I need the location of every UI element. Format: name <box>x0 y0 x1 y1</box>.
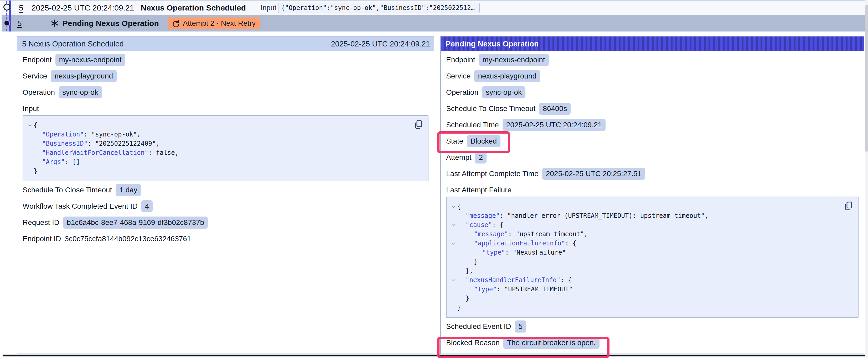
copy-button[interactable] <box>844 201 853 211</box>
attempt-retry-badge[interactable]: Attempt 2 · Next Retry <box>167 17 260 29</box>
json-line: "applicationFailureInfo": { <box>450 239 842 248</box>
field-label: Schedule To Close Timeout <box>23 186 112 194</box>
field-label: Scheduled Event ID <box>446 322 511 331</box>
bottom-separator <box>3 355 865 356</box>
retry-icon <box>172 20 180 27</box>
field-value-badge: my-nexus-endpoint <box>479 54 549 66</box>
event-row-pending[interactable]: 5 Pending Nexus Operation Attempt 2 · Ne… <box>2 15 865 32</box>
field-value-link[interactable]: 3c0c75ccfa8144b092c13ce632463761 <box>65 235 191 243</box>
field-value-badge: The circuit breaker is open. <box>503 337 599 349</box>
json-line: "message": "upstream timeout", <box>450 230 842 239</box>
json-gutter <box>450 230 457 239</box>
json-line-text: "HandlerWaitForCancellation": false, <box>34 148 179 158</box>
asterisk-icon <box>51 19 59 28</box>
field-value-badge: 86400s <box>539 103 570 115</box>
copy-button[interactable] <box>414 120 423 130</box>
scheduled-card-header: 5 Nexus Operation Scheduled 2025-02-25 U… <box>17 36 434 51</box>
field-label: Service <box>446 72 470 80</box>
input-preview-text: {"Operation":"sync-op-ok","BusinessID":"… <box>281 4 475 11</box>
scheduled-card-fields: Endpointmy-nexus-endpointServicenexus-pl… <box>23 54 429 98</box>
field-value-badge: 1 day <box>116 184 141 196</box>
json-line-text: { <box>34 121 37 130</box>
scheduled-card-timestamp: 2025-02-25 UTC 20:24:09.21 <box>331 40 430 48</box>
pending-card-bottom-fields: Scheduled Event ID5Blocked ReasonThe cir… <box>446 321 859 349</box>
field-label: Operation <box>23 88 55 97</box>
input-preview-box[interactable]: {"Operation":"sync-op-ok","BusinessID":"… <box>278 3 480 13</box>
json-line: "Operation": "sync-op-ok", <box>26 130 412 139</box>
pending-card-header: Pending Nexus Operation <box>441 36 864 51</box>
chevron-down-icon[interactable] <box>450 202 457 211</box>
field-label: Service <box>23 72 47 80</box>
json-gutter <box>450 211 457 221</box>
json-line-text: { <box>457 202 461 211</box>
field-endpoint-id: Endpoint ID3c0c75ccfa8144b092c13ce632463… <box>23 233 429 245</box>
field-value-badge: 2025-02-25 UTC 20:24:09.21 <box>502 119 606 131</box>
field-value-badge: my-nexus-endpoint <box>56 54 125 66</box>
json-gutter <box>26 158 34 167</box>
json-line: "type": "NexusFailure" <box>450 248 842 257</box>
json-line-text: "nexusHandlerFailureInfo": { <box>457 275 572 285</box>
field-operation: Operationsync-op-ok <box>446 86 859 98</box>
json-line: "cause": { <box>450 221 842 230</box>
field-endpoint: Endpointmy-nexus-endpoint <box>23 54 429 66</box>
field-endpoint: Endpointmy-nexus-endpoint <box>446 54 859 66</box>
json-line: } <box>450 257 842 266</box>
field-value-badge: sync-op-ok <box>482 86 525 98</box>
timeline-marker-open-circle <box>3 4 10 10</box>
field-blocked-reason: Blocked ReasonThe circuit breaker is ope… <box>446 337 859 349</box>
chevron-down-icon[interactable] <box>450 221 457 230</box>
field-value-badge: 2025-02-25 UTC 20:25:27.51 <box>542 168 645 180</box>
event-id-link[interactable]: 5 <box>17 19 22 28</box>
chevron-down-icon[interactable] <box>26 121 34 130</box>
field-value-badge: sync-op-ok <box>59 86 102 98</box>
json-line-text: } <box>457 303 461 312</box>
json-gutter <box>450 257 457 266</box>
left-border-line <box>1 1 1 355</box>
field-operation: Operationsync-op-ok <box>23 86 429 98</box>
field-label: Attempt <box>446 153 471 162</box>
json-line-text: }, <box>457 266 473 275</box>
json-line: { <box>26 121 412 130</box>
chevron-down-icon[interactable] <box>450 275 457 285</box>
attempt-badge-label: Attempt 2 · Next Retry <box>183 19 256 28</box>
json-line-text: "message": "handler error (UPSTREAM_TIME… <box>457 211 709 221</box>
field-label: Schedule To Close Timeout <box>446 104 535 113</box>
scheduled-event-card: 5 Nexus Operation Scheduled 2025-02-25 U… <box>17 36 434 354</box>
event-timestamp: 2025-02-25 UTC 20:24:09.21 <box>32 3 134 12</box>
field-label: Request ID <box>23 218 59 227</box>
json-line: "nexusHandlerFailureInfo": { <box>450 275 842 285</box>
field-last-attempt-complete-time: Last Attempt Complete Time2025-02-25 UTC… <box>446 168 859 180</box>
field-workflow-task-completed-event-id: Workflow Task Completed Event ID4 <box>23 200 429 212</box>
json-line-text: "Args": [] <box>34 158 80 167</box>
json-line: } <box>26 167 412 176</box>
field-service: Servicenexus-playground <box>23 70 429 82</box>
json-line-text: "applicationFailureInfo": { <box>457 239 577 248</box>
field-label: State <box>446 137 463 145</box>
json-gutter <box>26 148 34 158</box>
json-line-text: "cause": { <box>457 221 504 230</box>
field-label: Operation <box>446 88 478 97</box>
scrollbar-thumb[interactable] <box>865 5 868 152</box>
field-value-badge: 5 <box>515 321 526 332</box>
json-line-text: "Operation": "sync-op-ok", <box>34 130 141 139</box>
scheduled-card-bottom-fields: Schedule To Close Timeout1 dayWorkflow T… <box>23 184 429 245</box>
json-line-text: "type": "NexusFailure" <box>457 248 566 257</box>
event-title: Nexus Operation Scheduled <box>141 3 246 12</box>
event-row-scheduled[interactable]: 5 2025-02-25 UTC 20:24:09.21 Nexus Opera… <box>2 1 865 15</box>
field-value-badge: 2 <box>475 152 487 164</box>
event-id-link[interactable]: 5 <box>19 3 23 12</box>
json-gutter <box>26 167 34 176</box>
pending-operation-card: Pending Nexus Operation Endpointmy-nexus… <box>440 36 864 354</box>
json-line-text: "message": "upstream timeout", <box>457 230 588 239</box>
field-service: Servicenexus-playground <box>446 70 859 82</box>
json-line: "BusinessID": "20250225122409", <box>26 139 412 148</box>
json-gutter <box>450 248 457 257</box>
failure-section-label: Last Attempt Failure <box>446 186 859 194</box>
json-gutter <box>26 139 34 148</box>
json-line-text: } <box>457 257 477 266</box>
json-line: "type": "UPSTREAM_TIMEOUT" <box>450 285 842 294</box>
json-line: } <box>450 294 842 303</box>
field-value-badge: 4 <box>141 200 153 212</box>
chevron-down-icon[interactable] <box>450 239 457 248</box>
scrollbar-track[interactable] <box>865 0 868 358</box>
